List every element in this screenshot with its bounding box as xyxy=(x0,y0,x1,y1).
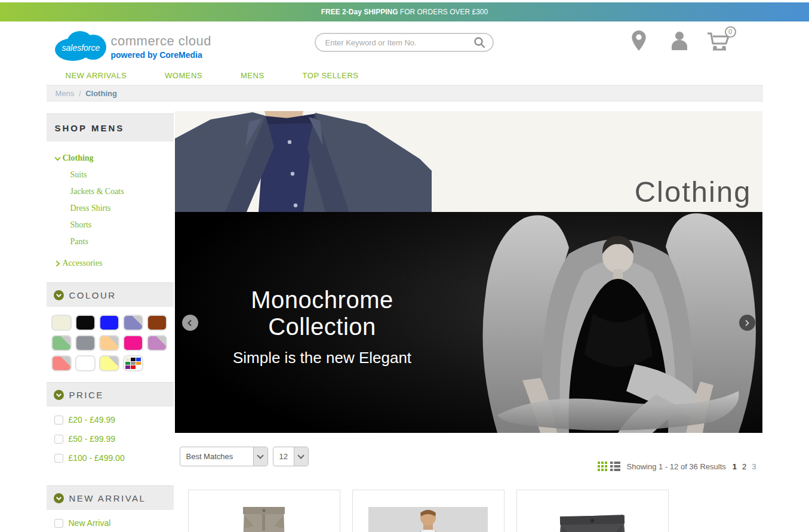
checkbox[interactable] xyxy=(54,435,63,444)
breadcrumb-separator: / xyxy=(79,89,81,98)
swatch-black[interactable] xyxy=(75,315,96,331)
store-locator-icon[interactable] xyxy=(631,30,647,51)
carousel-next-button[interactable] xyxy=(739,315,755,331)
salesforce-commerce-cloud-logo[interactable]: salesforce commerce cloud powered by Cor… xyxy=(54,27,211,62)
colour-swatch-grid xyxy=(47,307,174,382)
swatch-yellow[interactable] xyxy=(99,355,119,371)
price-refinement-title: PRICE xyxy=(69,390,104,400)
black-suit-model-image xyxy=(368,507,488,532)
salesforce-cloud-icon: salesforce xyxy=(54,27,106,62)
swatch-miscellaneous[interactable] xyxy=(123,355,143,371)
price-refinement-list: £20 - £49.99 £50 - £99.99 £100 - £499.00 xyxy=(47,407,174,478)
category-pants[interactable]: Pants xyxy=(47,233,174,250)
results-toolbar: Best Matches 12 xyxy=(175,433,762,490)
category-accessories-label: Accessories xyxy=(63,259,103,268)
category-clothing[interactable]: Clothing xyxy=(47,150,174,167)
promo-banner: FREE 2-Day SHIPPING FOR ORDERS OVER £300 xyxy=(0,2,809,21)
category-clothing-label: Clothing xyxy=(63,153,94,163)
salesforce-wordmark: salesforce xyxy=(62,43,100,53)
page-2[interactable]: 2 xyxy=(742,462,746,471)
new-arrival-refinement-header[interactable]: NEW ARRIVAL xyxy=(47,485,174,510)
main-nav: NEW ARRIVALS WOMENS MENS TOP SELLERS xyxy=(66,71,359,80)
chevron-down-icon xyxy=(253,447,267,466)
colour-refinement-title: COLOUR xyxy=(69,290,116,300)
list-view-icon[interactable] xyxy=(610,462,620,471)
khaki-pants-image xyxy=(237,502,291,532)
price-option-100-499[interactable]: £100 - £499.00 xyxy=(54,453,174,463)
category-dress-shirts[interactable]: Dress Shirts xyxy=(47,200,174,217)
promo-carousel: Monochrome Collection Simple is the new … xyxy=(175,212,762,433)
colour-refinement-header[interactable]: COLOUR xyxy=(47,282,174,307)
checkbox[interactable] xyxy=(54,416,63,425)
collapse-circle-icon xyxy=(54,493,64,503)
charcoal-shorts-image xyxy=(550,511,634,532)
page-size-select[interactable]: 12 xyxy=(273,447,309,466)
swatch-brown[interactable] xyxy=(147,315,167,331)
refinement-sidebar: SHOP MENS Clothing Suits Jackets & Coats… xyxy=(47,111,174,532)
logo-tagline: powered by CoreMedia xyxy=(111,50,211,60)
search-icon[interactable] xyxy=(473,36,485,48)
swatch-salmon[interactable] xyxy=(51,355,72,371)
account-icon[interactable] xyxy=(669,30,690,50)
new-arrival-refinement-list: New Arrival xyxy=(47,510,174,532)
category-suits[interactable]: Suits xyxy=(47,167,174,183)
search-bar[interactable] xyxy=(315,33,494,52)
swatch-green[interactable] xyxy=(51,335,72,351)
sort-selected-value: Best Matches xyxy=(180,447,253,466)
results-summary: Showing 1 - 12 of 36 Results xyxy=(627,462,726,471)
swatch-orchid[interactable] xyxy=(147,335,167,351)
page-3[interactable]: 3 xyxy=(752,462,756,471)
promo-banner-rest: FOR ORDERS OVER £300 xyxy=(398,8,488,16)
swatch-ivory[interactable] xyxy=(51,315,72,331)
product-grid xyxy=(175,490,762,532)
category-hero-banner: Clothing xyxy=(175,111,762,212)
site-header: salesforce commerce cloud powered by Cor… xyxy=(47,21,763,85)
sort-select[interactable]: Best Matches xyxy=(180,447,268,466)
checkbox[interactable] xyxy=(54,519,63,528)
checkbox[interactable] xyxy=(54,454,63,463)
minicart-icon[interactable]: 0 xyxy=(706,30,731,51)
product-card[interactable] xyxy=(188,490,340,532)
mens-suit-hero-image xyxy=(175,111,432,212)
new-arrival-option[interactable]: New Arrival xyxy=(54,518,174,528)
price-refinement-header[interactable]: PRICE xyxy=(47,382,174,407)
chevron-down-icon xyxy=(294,447,308,466)
category-refinement-list: Clothing Suits Jackets & Coats Dress Shi… xyxy=(47,142,174,282)
carousel-prev-button[interactable] xyxy=(182,315,198,331)
category-shorts[interactable]: Shorts xyxy=(47,217,174,233)
swatch-blue[interactable] xyxy=(99,315,119,331)
category-jackets-coats[interactable]: Jackets & Coats xyxy=(47,183,174,200)
price-option-50-99[interactable]: £50 - £99.99 xyxy=(54,434,174,444)
carousel-subtitle: Simple is the new Elegant xyxy=(209,349,436,367)
collapse-circle-icon xyxy=(54,290,64,300)
swatch-peach[interactable] xyxy=(99,335,119,351)
carousel-title: Monochrome Collection xyxy=(209,287,436,340)
breadcrumb: Mens / Clothing xyxy=(47,85,763,102)
page-1[interactable]: 1 xyxy=(733,462,737,471)
chevron-down-icon xyxy=(54,155,63,162)
product-card[interactable] xyxy=(352,490,505,532)
grid-view-icon[interactable] xyxy=(598,462,607,471)
search-input[interactable] xyxy=(316,38,473,47)
breadcrumb-mens-link[interactable]: Mens xyxy=(56,89,75,98)
promo-banner-bold: FREE 2-Day SHIPPING xyxy=(321,8,398,16)
cart-count-badge: 0 xyxy=(725,26,736,38)
category-accessories[interactable]: Accessories xyxy=(47,255,174,272)
category-title: Clothing xyxy=(635,175,752,208)
pagination: 1 2 3 xyxy=(733,462,756,471)
nav-item-new-arrivals[interactable]: NEW ARRIVALS xyxy=(66,71,127,80)
collapse-circle-icon xyxy=(54,390,64,400)
swatch-grey[interactable] xyxy=(75,335,96,351)
nav-item-mens[interactable]: MENS xyxy=(241,71,264,80)
product-card[interactable] xyxy=(516,490,669,532)
nav-item-womens[interactable]: WOMENS xyxy=(165,71,202,80)
chevron-right-icon xyxy=(54,260,63,267)
nav-item-top-sellers[interactable]: TOP SELLERS xyxy=(303,71,359,80)
swatch-pink[interactable] xyxy=(123,335,143,351)
swatch-white[interactable] xyxy=(75,355,96,371)
shop-mens-heading: SHOP MENS xyxy=(47,113,174,142)
breadcrumb-current: Clothing xyxy=(85,89,117,98)
price-option-20-49[interactable]: £20 - £49.99 xyxy=(54,415,174,425)
logo-product-name: commerce cloud xyxy=(111,33,211,49)
swatch-slate-blue[interactable] xyxy=(123,315,143,331)
